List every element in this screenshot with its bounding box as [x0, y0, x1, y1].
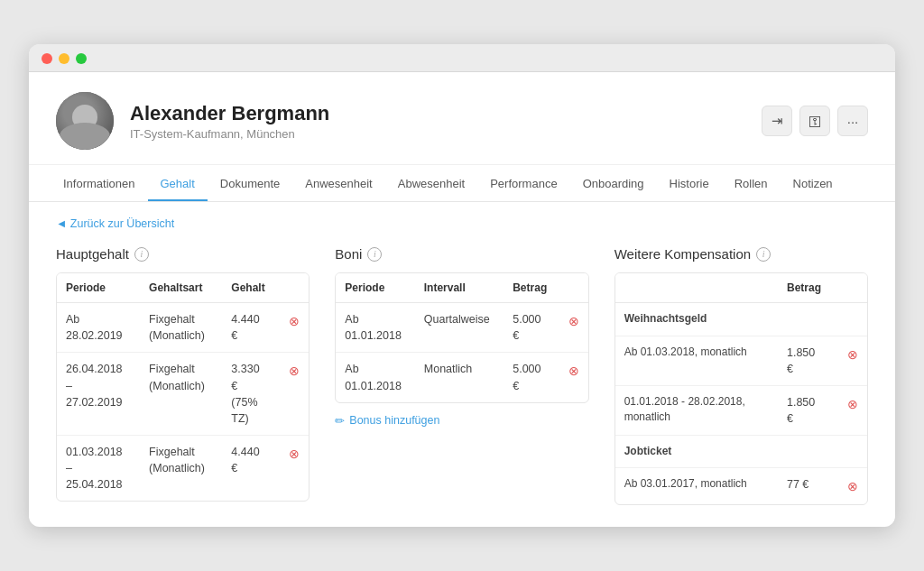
- cell-remove: ⊗: [559, 303, 588, 353]
- profile-name: Alexander Bergmann: [130, 102, 745, 125]
- table-row: Ab01.01.2018 Monatlich 5.000€ ⊗: [336, 353, 587, 402]
- cell-remove: ⊗: [838, 336, 867, 385]
- tab-rollen[interactable]: Rollen: [722, 165, 781, 201]
- table-row: Ab01.01.2018 Quartalweise 5.000€ ⊗: [336, 303, 587, 353]
- cell-gehalt: 4.440€: [222, 303, 280, 353]
- cell-periode: 01.03.2018 – 25.04.2018: [57, 435, 140, 501]
- cell-gehalt: 4.440€: [222, 435, 280, 501]
- boni-info-icon[interactable]: i: [367, 247, 382, 262]
- app-window: Alexander Bergmann IT-System-Kaufmann, M…: [29, 44, 895, 527]
- table-row: Ab 03.01.2017, monatlich 77 € ⊗: [615, 468, 867, 504]
- more-icon: ···: [847, 114, 859, 129]
- titlebar: [29, 44, 895, 72]
- profile-info: Alexander Bergmann IT-System-Kaufmann, M…: [130, 102, 745, 141]
- table-row: Ab 01.03.2018, monatlich 1.850€ ⊗: [615, 336, 867, 385]
- add-bonus-link[interactable]: ✏ Bonus hinzufügen: [335, 414, 439, 428]
- remove-button[interactable]: ⊗: [289, 361, 300, 380]
- weitere-kompensation-section: Weitere Kompensation i Betrag: [614, 246, 868, 505]
- tab-dokumente[interactable]: Dokumente: [208, 165, 292, 201]
- maximize-dot[interactable]: [76, 53, 87, 64]
- weitere-kompensation-table: Betrag Weihnachtsgeld Ab 01.03: [614, 272, 868, 505]
- cell-betrag: 5.000€: [504, 303, 559, 353]
- remove-button[interactable]: ⊗: [847, 345, 858, 364]
- remove-button[interactable]: ⊗: [289, 311, 300, 330]
- cell-period-wk: Ab 03.01.2017, monatlich: [615, 468, 778, 504]
- remove-button[interactable]: ⊗: [847, 476, 858, 495]
- col-betrag-boni: Betrag: [504, 273, 559, 303]
- col-empty: [615, 273, 778, 303]
- weitere-kompensation-title: Weitere Kompensation i: [614, 246, 868, 262]
- tab-gehalt[interactable]: Gehalt: [148, 165, 208, 201]
- key-button[interactable]: ⚿: [799, 106, 830, 136]
- cell-remove: ⊗: [280, 435, 309, 501]
- cell-periode: 26.04.2018 – 27.02.2019: [57, 353, 140, 436]
- boni-title: Boni i: [335, 246, 588, 262]
- nav-tabs: Informationen Gehalt Dokumente Anwesenhe…: [29, 165, 895, 202]
- cell-periode: Ab01.01.2018: [336, 353, 414, 402]
- table-row: Ab 28.02.2019 Fixgehalt (Monatlich) 4.44…: [57, 303, 309, 353]
- profile-subtitle: IT-System-Kaufmann, München: [130, 127, 745, 141]
- cell-remove: ⊗: [838, 385, 867, 435]
- key-icon: ⚿: [808, 114, 822, 129]
- avatar-image: [56, 92, 114, 150]
- cell-gehaltsart: Fixgehalt (Monatlich): [140, 353, 222, 436]
- tab-abwesenheit[interactable]: Abwesenheit: [385, 165, 477, 201]
- col-periode-1: Periode: [57, 273, 140, 303]
- col-intervall: Intervall: [415, 273, 504, 303]
- hauptgehalt-info-icon[interactable]: i: [134, 247, 149, 262]
- table-row-category: Jobticket: [615, 436, 867, 468]
- col-periode-2: Periode: [336, 273, 414, 303]
- cell-gehaltsart: Fixgehalt (Monatlich): [140, 435, 222, 501]
- minimize-dot[interactable]: [59, 53, 69, 64]
- cell-remove: ⊗: [280, 353, 309, 436]
- cell-remove: ⊗: [838, 468, 867, 504]
- cell-remove: ⊗: [559, 353, 588, 402]
- pencil-icon: ✏: [335, 414, 345, 428]
- cell-gehalt: 3.330€(75%TZ): [222, 353, 280, 436]
- cell-periode: Ab 28.02.2019: [57, 303, 140, 353]
- boni-table: Periode Intervall Betrag Ab01.01.2018 Qu…: [335, 272, 588, 403]
- cell-gehaltsart: Fixgehalt (Monatlich): [140, 303, 222, 353]
- login-button[interactable]: ⇥: [762, 106, 792, 136]
- cell-periode: Ab01.01.2018: [336, 303, 414, 353]
- header-actions: ⇥ ⚿ ···: [762, 106, 868, 136]
- col-gehalt: Gehalt: [222, 273, 280, 303]
- hauptgehalt-section: Hauptgehalt i Periode Gehaltsart Gehalt: [56, 246, 310, 505]
- login-icon: ⇥: [772, 113, 783, 129]
- tab-performance[interactable]: Performance: [477, 165, 569, 201]
- tab-notizen[interactable]: Notizen: [781, 165, 845, 201]
- close-dot[interactable]: [42, 53, 52, 64]
- more-button[interactable]: ···: [837, 106, 868, 136]
- avatar: [56, 92, 114, 150]
- table-row-category: Weihnachtsgeld: [615, 303, 867, 336]
- cell-intervall: Quartalweise: [415, 303, 504, 353]
- cell-period-wk: Ab 01.03.2018, monatlich: [615, 336, 778, 385]
- tab-historie[interactable]: Historie: [657, 165, 722, 201]
- tab-anwesenheit[interactable]: Anwesenheit: [292, 165, 384, 201]
- hauptgehalt-table: Periode Gehaltsart Gehalt Ab 28.02.2019 …: [56, 272, 310, 502]
- weitere-info-icon[interactable]: i: [756, 247, 771, 262]
- remove-button[interactable]: ⊗: [847, 394, 858, 413]
- table-row: 26.04.2018 – 27.02.2019 Fixgehalt (Monat…: [57, 353, 309, 436]
- remove-button[interactable]: ⊗: [568, 361, 579, 380]
- tab-informationen[interactable]: Informationen: [51, 165, 148, 201]
- cell-betrag-wk: 1.850€: [778, 336, 838, 385]
- cell-betrag-wk: 1.850€: [778, 385, 838, 435]
- col-betrag-wk: Betrag: [778, 273, 838, 303]
- hauptgehalt-title: Hauptgehalt i: [56, 246, 310, 262]
- category-weihnachtsgeld: Weihnachtsgeld: [615, 303, 867, 336]
- remove-button[interactable]: ⊗: [568, 311, 579, 330]
- cell-betrag: 5.000€: [504, 353, 559, 402]
- main-content: ◄ Zurück zur Übersicht Hauptgehalt i Per…: [29, 202, 895, 527]
- window-content: Alexander Bergmann IT-System-Kaufmann, M…: [29, 72, 895, 527]
- category-jobticket: Jobticket: [615, 436, 867, 468]
- cell-period-wk: 01.01.2018 - 28.02.2018, monatlich: [615, 385, 778, 435]
- table-row: 01.03.2018 – 25.04.2018 Fixgehalt (Monat…: [57, 435, 309, 501]
- tab-onboarding[interactable]: Onboarding: [570, 165, 657, 201]
- table-row: 01.01.2018 - 28.02.2018, monatlich 1.850…: [615, 385, 867, 435]
- remove-button[interactable]: ⊗: [289, 444, 300, 463]
- cell-betrag-wk: 77 €: [778, 468, 838, 504]
- profile-header: Alexander Bergmann IT-System-Kaufmann, M…: [29, 72, 895, 165]
- back-link[interactable]: ◄ Zurück zur Übersicht: [56, 217, 174, 230]
- cell-remove: ⊗: [280, 303, 309, 353]
